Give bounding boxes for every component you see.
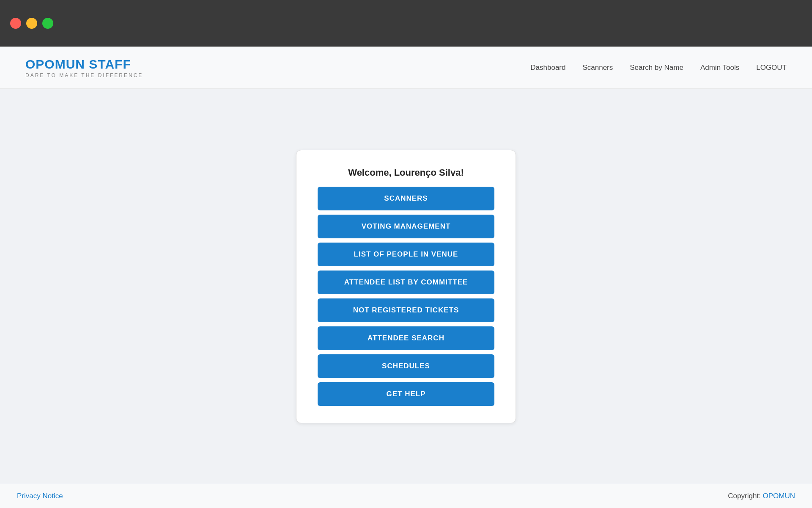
footer: Privacy Notice Copyright: OPOMUN: [0, 484, 812, 508]
list-of-people-button[interactable]: LIST OF PEOPLE IN VENUE: [318, 243, 494, 266]
not-registered-button[interactable]: NOT REGISTERED TICKETS: [318, 298, 494, 322]
main-wrapper: OPOMUN STAFF DARE TO MAKE THE DIFFERENCE…: [0, 47, 812, 508]
copyright-brand: OPOMUN: [763, 492, 796, 500]
welcome-message: Welcome, Lourenço Silva!: [348, 167, 464, 178]
privacy-notice-link[interactable]: Privacy Notice: [17, 492, 63, 500]
traffic-lights: [10, 18, 53, 29]
copyright-text: Copyright: OPOMUN: [728, 492, 795, 500]
logo-title: OPOMUN STAFF: [25, 57, 131, 72]
scanners-button[interactable]: SCANNERS: [318, 187, 494, 210]
copyright-label: Copyright:: [728, 492, 763, 500]
attendee-list-button[interactable]: ATTENDEE LIST BY COMMITTEE: [318, 271, 494, 294]
get-help-button[interactable]: GET HELP: [318, 382, 494, 406]
maximize-button[interactable]: [42, 18, 53, 29]
nav-search-by-name[interactable]: Search by Name: [630, 64, 683, 72]
logo-subtitle: DARE TO MAKE THE DIFFERENCE: [25, 72, 143, 78]
dashboard-card: Welcome, Lourenço Silva! SCANNERS VOTING…: [296, 150, 516, 423]
close-button[interactable]: [10, 18, 21, 29]
titlebar: [0, 0, 812, 47]
page-content: Welcome, Lourenço Silva! SCANNERS VOTING…: [0, 89, 812, 484]
voting-management-button[interactable]: VOTING MANAGEMENT: [318, 215, 494, 238]
schedules-button[interactable]: SCHEDULES: [318, 354, 494, 378]
minimize-button[interactable]: [26, 18, 37, 29]
attendee-search-button[interactable]: ATTENDEE SEARCH: [318, 326, 494, 350]
nav-admin-tools[interactable]: Admin Tools: [700, 64, 739, 72]
nav-logout[interactable]: LOGOUT: [756, 64, 787, 72]
nav-header: OPOMUN STAFF DARE TO MAKE THE DIFFERENCE…: [0, 47, 812, 89]
nav-scanners[interactable]: Scanners: [582, 64, 613, 72]
nav-dashboard[interactable]: Dashboard: [530, 64, 565, 72]
logo-area: OPOMUN STAFF DARE TO MAKE THE DIFFERENCE: [25, 57, 143, 78]
nav-links: Dashboard Scanners Search by Name Admin …: [530, 64, 787, 72]
